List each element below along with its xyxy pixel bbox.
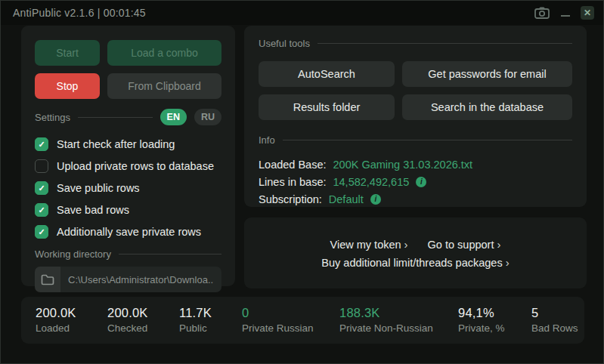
stat-value: 5 bbox=[531, 306, 578, 320]
checkbox[interactable]: ✓ bbox=[35, 181, 48, 195]
view-token-link[interactable]: View my token› bbox=[330, 238, 408, 251]
subscription-label: Subscription: bbox=[259, 193, 322, 205]
chevron-right-icon: › bbox=[506, 256, 510, 269]
divider bbox=[317, 43, 572, 44]
close-button[interactable]: ✕ bbox=[581, 6, 594, 20]
folder-icon bbox=[41, 274, 54, 285]
settings-header: Settings EN RU bbox=[35, 109, 221, 125]
autosearch-button[interactable]: AutoSearch bbox=[259, 61, 395, 87]
stat-value: 188.3K bbox=[339, 306, 433, 320]
buy-packages-link[interactable]: Buy additional limit/threads packages› bbox=[321, 256, 509, 269]
support-link[interactable]: Go to support› bbox=[428, 238, 501, 251]
check-icon: ✓ bbox=[38, 140, 45, 149]
stat-private-percent: 94,1% Private, % bbox=[458, 306, 505, 334]
control-panel: Start Load a combo Stop From Clipboard S… bbox=[21, 26, 235, 286]
language-en-button[interactable]: EN bbox=[160, 109, 187, 125]
loaded-base-value: 200K Gaming 31.03.2026.txt bbox=[333, 159, 473, 171]
tools-info-panel: Useful tools AutoSearch Get passwords fo… bbox=[244, 26, 587, 207]
settings-checkbox-list: ✓ Start check after loading ✓ Upload pri… bbox=[35, 137, 221, 239]
start-button[interactable]: Start bbox=[35, 40, 100, 66]
divider bbox=[283, 140, 572, 140]
check-icon: ✓ bbox=[38, 206, 45, 214]
check-icon: ✓ bbox=[38, 184, 45, 193]
tools-grid: AutoSearch Get passwords for email Resul… bbox=[259, 61, 572, 120]
divider bbox=[119, 254, 221, 254]
checkbox-additionally-save-private-rows[interactable]: ✓ Additionally save private rows bbox=[35, 225, 221, 239]
info-header: Info bbox=[259, 134, 572, 146]
from-clipboard-button[interactable]: From Clipboard bbox=[107, 73, 221, 99]
lines-in-base-label: Lines in base: bbox=[259, 176, 326, 188]
browse-folder-button[interactable] bbox=[35, 267, 60, 292]
app-window: AntiPublic v2.1.6 | 00:01:45 ✕ Start Loa… bbox=[0, 0, 604, 364]
subscription-row: Subscription: Default i bbox=[259, 190, 572, 208]
info-icon[interactable]: i bbox=[416, 177, 426, 187]
useful-tools-label: Useful tools bbox=[259, 38, 310, 49]
stat-value: 94,1% bbox=[458, 306, 505, 320]
minimize-button[interactable] bbox=[560, 8, 571, 18]
useful-tools-header: Useful tools bbox=[259, 38, 572, 49]
titlebar: AntiPublic v2.1.6 | 00:01:45 ✕ bbox=[1, 1, 603, 25]
links-row-bottom: Buy additional limit/threads packages› bbox=[321, 256, 509, 269]
stat-public: 11.7K Public bbox=[179, 306, 212, 334]
working-directory-label: Working directory bbox=[35, 248, 111, 260]
links-panel: View my token› Go to support› Buy additi… bbox=[244, 217, 587, 288]
lines-in-base-value: 14,582,492,615 bbox=[333, 176, 409, 188]
checkbox-save-bad-rows[interactable]: ✓ Save bad rows bbox=[35, 203, 221, 217]
checkbox-save-public-rows[interactable]: ✓ Save public rows bbox=[35, 181, 221, 195]
stat-label: Bad Rows bbox=[531, 322, 578, 334]
working-directory-input[interactable] bbox=[60, 267, 221, 292]
window-title: AntiPublic v2.1.6 | 00:01:45 bbox=[13, 7, 146, 19]
checkbox-label: Save public rows bbox=[57, 182, 140, 194]
loaded-base-row: Loaded Base: 200K Gaming 31.03.2026.txt bbox=[259, 156, 572, 173]
stat-private-non-russian: 188.3K Private Non-Russian bbox=[339, 306, 433, 334]
loaded-base-label: Loaded Base: bbox=[259, 159, 327, 171]
stat-value: 200.0K bbox=[107, 306, 148, 320]
checkbox-upload-private-rows[interactable]: ✓ Upload private rows to database bbox=[35, 159, 221, 173]
language-ru-button[interactable]: RU bbox=[194, 109, 221, 125]
stat-label: Public bbox=[179, 322, 212, 334]
chevron-right-icon: › bbox=[404, 238, 408, 251]
camera-icon bbox=[534, 7, 550, 19]
stat-label: Private Russian bbox=[242, 322, 314, 334]
load-combo-button[interactable]: Load a combo bbox=[107, 40, 221, 66]
checkbox[interactable]: ✓ bbox=[35, 225, 48, 239]
checkbox-label: Additionally save private rows bbox=[57, 226, 201, 238]
checkbox-label: Save bad rows bbox=[57, 204, 129, 216]
checkbox[interactable]: ✓ bbox=[35, 203, 48, 217]
checkbox[interactable]: ✓ bbox=[35, 137, 48, 151]
subscription-value: Default bbox=[329, 193, 364, 205]
stat-loaded: 200.0K Loaded bbox=[36, 306, 76, 334]
lines-in-base-row: Lines in base: 14,582,492,615 i bbox=[259, 173, 572, 190]
stat-value: 200.0K bbox=[36, 306, 76, 320]
links-row-top: View my token› Go to support› bbox=[330, 238, 501, 251]
close-icon: ✕ bbox=[584, 8, 591, 18]
checkbox-label: Upload private rows to database bbox=[57, 160, 214, 172]
check-icon: ✓ bbox=[38, 228, 45, 236]
get-passwords-button[interactable]: Get passwords for email bbox=[402, 61, 572, 87]
search-database-button[interactable]: Search in the database bbox=[402, 94, 572, 120]
stat-label: Private, % bbox=[458, 322, 505, 334]
stats-bar: 200.0K Loaded 200.0K Checked 11.7K Publi… bbox=[21, 297, 584, 344]
stop-button[interactable]: Stop bbox=[35, 73, 100, 99]
settings-label: Settings bbox=[35, 112, 70, 123]
stat-private-russian: 0 Private Russian bbox=[242, 306, 314, 334]
stat-label: Private Non-Russian bbox=[339, 322, 433, 334]
stat-label: Loaded bbox=[36, 322, 76, 334]
results-folder-button[interactable]: Results folder bbox=[259, 94, 395, 120]
titlebar-controls: ✕ bbox=[534, 6, 594, 20]
stat-checked: 200.0K Checked bbox=[107, 306, 148, 334]
info-icon[interactable]: i bbox=[370, 194, 381, 205]
stat-bad-rows: 5 Bad Rows bbox=[531, 306, 578, 334]
stat-label: Checked bbox=[107, 322, 148, 334]
stat-value: 0 bbox=[242, 306, 314, 320]
working-directory-header: Working directory bbox=[35, 248, 221, 260]
info-label: Info bbox=[259, 134, 275, 146]
divider bbox=[78, 117, 153, 118]
checkbox-label: Start check after loading bbox=[57, 138, 175, 150]
checkbox-start-check-after-loading[interactable]: ✓ Start check after loading bbox=[35, 137, 221, 151]
chevron-right-icon: › bbox=[497, 238, 500, 251]
info-rows: Loaded Base: 200K Gaming 31.03.2026.txt … bbox=[259, 156, 572, 208]
screenshot-button[interactable] bbox=[534, 6, 550, 20]
checkbox[interactable]: ✓ bbox=[35, 159, 48, 173]
working-directory-row bbox=[35, 267, 221, 292]
